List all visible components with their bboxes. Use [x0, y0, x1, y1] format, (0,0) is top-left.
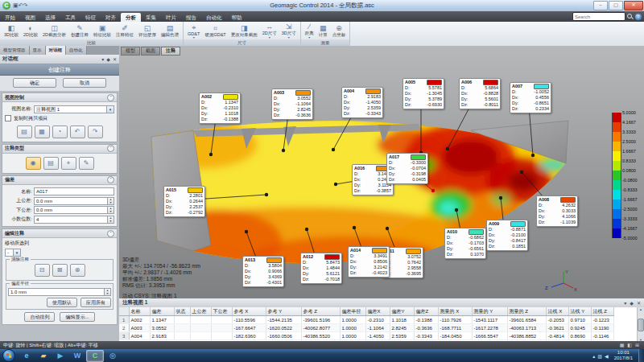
column-header[interactable]: 偏差 — [150, 307, 174, 316]
tray-network-icon[interactable]: ▥ — [597, 353, 602, 359]
calculate-button[interactable]: ▦计算 — [316, 24, 330, 38]
copy-items-checkbox[interactable] — [5, 115, 11, 121]
annotation-A005[interactable]: A005D:5.5781Dx:-1.3045Dy:5.3789Dz:-0.693… — [402, 78, 444, 109]
distance-button[interactable]: ∕距离▾ — [303, 23, 316, 39]
column-header[interactable]: 偏差半径 — [340, 307, 365, 316]
annotation-A017[interactable]: A017D:-0.3300Dx:-0.0704Dy:-0.3198Dz:0.04… — [386, 153, 428, 184]
start-button[interactable] — [2, 349, 15, 362]
change-object-section-button[interactable]: ◨更改对象截面 — [229, 24, 260, 38]
column-header[interactable]: 名称 — [129, 307, 150, 316]
ribbon-tab-采集[interactable]: 采集 — [141, 13, 161, 22]
use-default-button[interactable]: 使用默认 — [47, 298, 77, 307]
ribbon-tab-叶片[interactable]: 叶片 — [161, 13, 181, 22]
lower-tolerance-field[interactable]: 0.0 mm — [34, 206, 108, 214]
column-header[interactable]: 偏差Y — [390, 307, 414, 316]
taskbar-ie-icon[interactable]: e — [19, 351, 35, 361]
spinner-icon[interactable]: ▲▼ — [108, 197, 114, 205]
spinner-icon[interactable]: ▲▼ — [105, 288, 111, 296]
column-header[interactable]: 参考 X — [232, 307, 266, 316]
cancel-button[interactable]: 取消 — [63, 78, 106, 88]
annotation-A002[interactable]: A002D:1.1347Dx:-0.2310Dy:1.1018Dz:-0.138… — [199, 93, 241, 124]
tray-volume-icon[interactable]: ◀ — [605, 353, 609, 359]
ribbon-tab-自动化[interactable]: 自动化 — [201, 13, 227, 22]
clear-all-icon[interactable]: ⊗ — [70, 264, 85, 277]
panel-menu-icon[interactable]: ▾ — [101, 56, 104, 62]
annotation-A014[interactable]: A014D:3.3491Dx:0.8506Dy:3.2142Dz:-0.4023 — [348, 246, 390, 278]
view-name-select[interactable]: 注释视图 1 — [34, 105, 107, 113]
taskbar-clock[interactable]: 10:01 2017/8/1 — [611, 350, 636, 361]
taskbar-media-icon[interactable]: ▶ — [52, 351, 68, 361]
viewport-tab-截面[interactable]: 截面 — [141, 47, 160, 56]
column-header[interactable]: 法线 Y — [568, 307, 591, 316]
compare-3d-button[interactable]: ◧3D比较 — [2, 24, 21, 38]
annotation-A012[interactable]: A012D:5.8473Dx:1.4844Dy:5.6121Dz:-0.7018 — [300, 253, 342, 284]
table-pin-icon[interactable]: ◆ — [630, 300, 634, 306]
upper-tolerance-field[interactable]: 0.0 mm — [34, 197, 108, 205]
view-lock-icon[interactable]: ▦ — [35, 125, 50, 138]
annotate-feature-button[interactable]: ✐注释特征 — [114, 24, 136, 38]
collapse-icon[interactable]: ˆ — [107, 176, 114, 183]
column-header[interactable]: 法线 X — [546, 307, 568, 316]
create-annotation-button[interactable]: ✎创建注释 — [68, 24, 91, 38]
column-header[interactable]: 法线 Z — [591, 307, 613, 316]
status-layout-icon[interactable]: ⊞ — [635, 341, 639, 349]
ribbon-tab-视图[interactable]: 视图 — [20, 13, 40, 22]
view-apply-icon[interactable]: ↷ — [88, 125, 103, 138]
tray-expand-icon[interactable]: ▴ — [592, 353, 595, 359]
dim-3d-button[interactable]: ⇲3D尺寸▾ — [279, 23, 299, 39]
radius-field[interactable]: 1.0 mm — [8, 288, 105, 296]
section-analysis-2d-button[interactable]: ◫2D截面分析 — [40, 24, 68, 38]
column-header[interactable]: 偏差Z — [414, 307, 438, 316]
view-zoom-icon[interactable]: ◔ — [52, 125, 68, 138]
close-button[interactable]: ✕ — [624, 1, 643, 10]
chevron-down-icon[interactable]: ▾ — [107, 105, 114, 113]
clear-view-icon[interactable]: ⊠ — [52, 264, 68, 277]
taskbar-geomagic-icon[interactable]: C — [86, 350, 104, 362]
column-header[interactable]: 参考 Y — [266, 307, 301, 316]
table-row[interactable]: 1A0021.1347-110.5596-1544.2135-39601.519… — [119, 316, 613, 324]
panel-tab-模型管理器[interactable]: 模型管理器 — [0, 46, 30, 55]
column-header[interactable]: 上公差 — [190, 307, 211, 316]
search-input[interactable] — [572, 12, 625, 21]
type-whisker-icon[interactable]: ▤ — [43, 157, 59, 170]
ribbon-tab-对齐[interactable]: 对齐 — [101, 13, 121, 22]
view-restore-icon[interactable]: ↶ — [70, 125, 85, 138]
type-note-icon[interactable]: ⌖ — [61, 157, 76, 170]
move-to-select[interactable]: - — [5, 249, 14, 257]
ribbon-tab-开始[interactable]: 开始 — [0, 13, 20, 22]
ribbon-tab-选择[interactable]: 选择 — [40, 13, 60, 22]
ribbon-tab-帮助[interactable]: 帮助 — [227, 13, 247, 22]
taskbar-folder-icon[interactable]: ▰ — [35, 351, 52, 361]
clear-selected-icon[interactable]: ⊟ — [35, 264, 50, 277]
compare-2d-button[interactable]: ◐2D比较 — [21, 24, 40, 38]
status-view-icon[interactable]: ◧ — [627, 341, 632, 349]
help-icon[interactable]: ? — [635, 14, 642, 20]
annotation-A003[interactable]: A003D:3.0552Dx:-1.1064Dy:2.8245Dz:-0.363… — [271, 88, 313, 120]
search-icon[interactable] — [627, 14, 633, 19]
taskbar-word-icon[interactable]: W — [69, 351, 85, 361]
column-header[interactable]: 测量的 X — [438, 307, 472, 316]
dim-2d-button[interactable]: ↔2D尺寸▾ — [260, 23, 279, 39]
annotation-A006[interactable]: A006D:5.6864Dx:-0.8828Dy:5.5601Dz:-0.801… — [459, 78, 501, 109]
apply-all-button[interactable]: 应用所有 — [80, 298, 111, 307]
ribbon-tab-分析[interactable]: 分析 — [121, 13, 141, 22]
feature-compare-button[interactable]: ▣特征比较 — [91, 24, 114, 38]
edit-spectrum-button[interactable]: ▤编辑色谱 — [159, 24, 181, 38]
table-row[interactable]: 2A0033.0552-167.6647-1620.0522-40062.807… — [119, 324, 613, 332]
annotation-A015[interactable]: A015D:2.2801Dx:0.2644Dy:2.2537Dz:-0.2792 — [163, 186, 205, 217]
table-scrollbar[interactable]: ▲ ▼ — [637, 307, 644, 342]
annotation-A010[interactable]: A010D:-0.6862Dx:-0.1703Dy:-0.6561Dz:0.10… — [444, 228, 486, 259]
panel-tab-自动化[interactable]: 自动化 — [66, 46, 87, 55]
viewport-tab-模型[interactable]: 模型 — [121, 47, 140, 56]
ribbon-tab-报告[interactable]: 报告 — [181, 13, 201, 22]
scroll-up-icon[interactable]: ▲ — [639, 307, 642, 311]
evaluate-thickness-button[interactable]: ◱评估壁厚 — [136, 24, 159, 38]
edit-display-button[interactable]: 编辑显示... — [60, 312, 94, 322]
collapse-icon[interactable]: ˆ — [107, 145, 114, 152]
collapse-icon[interactable]: ˆ — [107, 94, 114, 101]
status-grid-icon[interactable]: ▦ — [620, 341, 625, 349]
annotation-A008[interactable]: A008D:4.2632Dx:0.3033Dy:4.1066Dz:-1.1039 — [536, 195, 578, 227]
annotation-A009[interactable]: A009D:-0.8871Dx:-0.2100Dy:-0.8417Dz:0.18… — [486, 220, 528, 251]
panel-pin-icon[interactable]: ◆ — [106, 56, 110, 62]
panel-tab-显示[interactable]: 显示 — [30, 46, 46, 55]
